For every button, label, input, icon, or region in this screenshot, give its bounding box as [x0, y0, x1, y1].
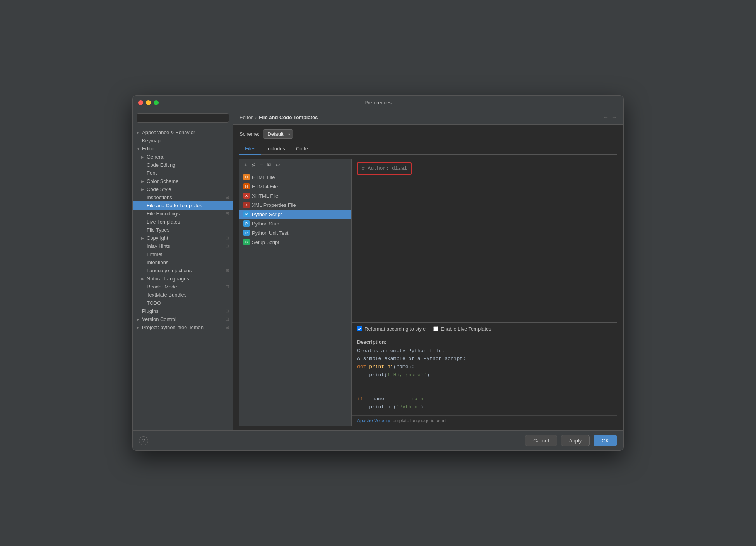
- file-list-panel: + ⎘ − ⧉ ↩ HHTML FileHHTML4 FileXXHTML Fi…: [239, 159, 352, 426]
- reformat-checkbox[interactable]: [357, 326, 362, 331]
- tab-includes[interactable]: Includes: [261, 143, 290, 155]
- file-type-icon: S: [243, 239, 250, 245]
- sidebar-item-reader-mode[interactable]: Reader Mode⊞: [133, 283, 233, 291]
- scheme-select-wrap: Default Project ▾: [263, 129, 293, 139]
- sidebar-item-inspections[interactable]: Inspections⊞: [133, 193, 233, 201]
- code-area[interactable]: # Author: dizai: [352, 159, 617, 322]
- sidebar-item-inlay-hints[interactable]: Inlay Hints⊞: [133, 242, 233, 250]
- preferences-window: Preferences 🔍 ▶Appearance & BehaviorKeym…: [132, 95, 624, 451]
- sidebar-badge: ⊞: [226, 317, 229, 322]
- sidebar-item-label: Code Style: [147, 186, 171, 192]
- sidebar-item-label: Code Editing: [147, 162, 175, 168]
- apache-velocity-link[interactable]: Apache Velocity: [357, 418, 390, 423]
- file-item-xml-properties-file[interactable]: XXML Properties File: [239, 200, 351, 210]
- sidebar-item-textmate-bundles[interactable]: TextMate Bundles: [133, 291, 233, 299]
- live-templates-checkbox[interactable]: [433, 326, 438, 331]
- traffic-lights: [138, 100, 159, 105]
- file-item-xhtml-file[interactable]: XXHTML File: [239, 191, 351, 200]
- sidebar-badge: ⊞: [226, 309, 229, 314]
- help-icon: ?: [142, 438, 145, 444]
- sidebar-item-plugins[interactable]: Plugins⊞: [133, 307, 233, 315]
- file-item-label: Python Script: [252, 212, 282, 217]
- remove-template-button[interactable]: −: [258, 161, 264, 169]
- sidebar-item-label: File and Code Templates: [147, 203, 202, 208]
- file-item-html-file[interactable]: HHTML File: [239, 172, 351, 182]
- file-item-python-script[interactable]: PPython Script: [239, 210, 351, 219]
- chevron-icon: ▶: [141, 155, 145, 159]
- search-input[interactable]: [137, 113, 229, 123]
- file-item-label: Setup Script: [252, 239, 279, 245]
- add-template-button[interactable]: +: [243, 161, 249, 169]
- content-area: 🔍 ▶Appearance & BehaviorKeymap▼Editor▶Ge…: [133, 110, 623, 430]
- sidebar-item-general[interactable]: ▶General: [133, 153, 233, 161]
- tab-code[interactable]: Code: [291, 143, 313, 155]
- chevron-icon: ▶: [141, 188, 145, 191]
- cancel-button[interactable]: Cancel: [525, 435, 557, 446]
- sidebar-item-natural-languages[interactable]: ▶Natural Languages: [133, 275, 233, 283]
- sidebar-item-project[interactable]: ▶Project: python_free_lemon⊞: [133, 323, 233, 331]
- close-button[interactable]: [138, 100, 143, 105]
- sidebar-item-label: Copyright: [147, 235, 168, 241]
- split-area: + ⎘ − ⧉ ↩ HHTML FileHHTML4 FileXXHTML Fi…: [239, 159, 617, 426]
- sidebar-item-file-code-templates[interactable]: File and Code Templates: [133, 201, 233, 210]
- duplicate-template-button[interactable]: ⧉: [266, 160, 273, 169]
- sidebar-item-intentions[interactable]: Intentions: [133, 258, 233, 266]
- apply-button[interactable]: Apply: [561, 435, 590, 446]
- sidebar-item-code-editing[interactable]: Code Editing: [133, 161, 233, 169]
- reformat-checkbox-wrap[interactable]: Reformat according to style: [357, 326, 426, 332]
- sidebar-item-color-scheme[interactable]: ▶Color Scheme: [133, 177, 233, 185]
- sidebar-badge: ⊞: [226, 211, 229, 216]
- sidebar: 🔍 ▶Appearance & BehaviorKeymap▼Editor▶Ge…: [133, 110, 233, 430]
- live-templates-checkbox-wrap[interactable]: Enable Live Templates: [433, 326, 491, 332]
- sidebar-item-font[interactable]: Font: [133, 169, 233, 177]
- file-type-icon: X: [243, 193, 250, 199]
- chevron-icon: ▼: [137, 147, 140, 151]
- sidebar-item-editor[interactable]: ▼Editor: [133, 145, 233, 153]
- sidebar-item-file-encodings[interactable]: File Encodings⊞: [133, 210, 233, 218]
- file-item-python-unit-test[interactable]: PPython Unit Test: [239, 228, 351, 237]
- panel-header: Editor › File and Code Templates ← →: [233, 110, 623, 125]
- velocity-note: Apache Velocity template language is use…: [352, 415, 617, 426]
- ok-button[interactable]: OK: [594, 435, 617, 446]
- file-toolbar: + ⎘ − ⧉ ↩: [239, 159, 351, 171]
- sidebar-item-todo[interactable]: TODO: [133, 299, 233, 307]
- sidebar-item-language-injections[interactable]: Language Injections⊞: [133, 266, 233, 275]
- tab-files[interactable]: Files: [239, 143, 261, 155]
- reformat-label: Reformat according to style: [364, 326, 426, 332]
- sidebar-item-code-style[interactable]: ▶Code Style: [133, 185, 233, 193]
- panel-body: Scheme: Default Project ▾ FilesIncludesC…: [233, 125, 623, 430]
- sidebar-item-label: TextMate Bundles: [147, 292, 186, 298]
- chevron-icon: ▶: [137, 131, 140, 135]
- sidebar-item-version-control[interactable]: ▶Version Control⊞: [133, 315, 233, 323]
- scheme-select[interactable]: Default Project: [263, 129, 293, 139]
- code-highlight-box: # Author: dizai: [357, 162, 412, 175]
- reset-template-button[interactable]: ↩: [274, 161, 282, 169]
- sidebar-item-label: Inspections: [147, 195, 172, 200]
- window-title: Preferences: [364, 100, 392, 106]
- file-item-setup-script[interactable]: SSetup Script: [239, 237, 351, 247]
- velocity-suffix: template language is used: [390, 418, 445, 423]
- nav-back-icon[interactable]: ←: [603, 114, 609, 120]
- sidebar-item-file-types[interactable]: File Types: [133, 226, 233, 234]
- chevron-icon: ▶: [141, 179, 145, 183]
- file-item-label: HTML4 File: [252, 184, 278, 189]
- maximize-button[interactable]: [154, 100, 159, 105]
- sidebar-item-label: Color Scheme: [147, 178, 178, 184]
- sidebar-item-keymap[interactable]: Keymap: [133, 136, 233, 145]
- nav-forward-icon[interactable]: →: [612, 114, 617, 120]
- minimize-button[interactable]: [146, 100, 151, 105]
- options-row: Reformat according to style Enable Live …: [352, 322, 617, 335]
- sidebar-item-live-templates[interactable]: Live Templates: [133, 218, 233, 226]
- copy-template-button[interactable]: ⎘: [250, 161, 257, 169]
- help-button[interactable]: ?: [139, 436, 148, 445]
- sidebar-item-appearance[interactable]: ▶Appearance & Behavior: [133, 128, 233, 136]
- sidebar-item-label: Emmet: [147, 251, 162, 257]
- file-item-html4-file[interactable]: HHTML4 File: [239, 182, 351, 191]
- sidebar-item-label: Editor: [142, 146, 155, 152]
- live-templates-label: Enable Live Templates: [441, 326, 491, 332]
- sidebar-badge: ⊞: [226, 284, 229, 289]
- file-item-python-stub[interactable]: PPython Stub: [239, 219, 351, 228]
- sidebar-item-emmet[interactable]: Emmet: [133, 250, 233, 258]
- sidebar-item-copyright[interactable]: ▶Copyright⊞: [133, 234, 233, 242]
- sidebar-badge: ⊞: [226, 325, 229, 330]
